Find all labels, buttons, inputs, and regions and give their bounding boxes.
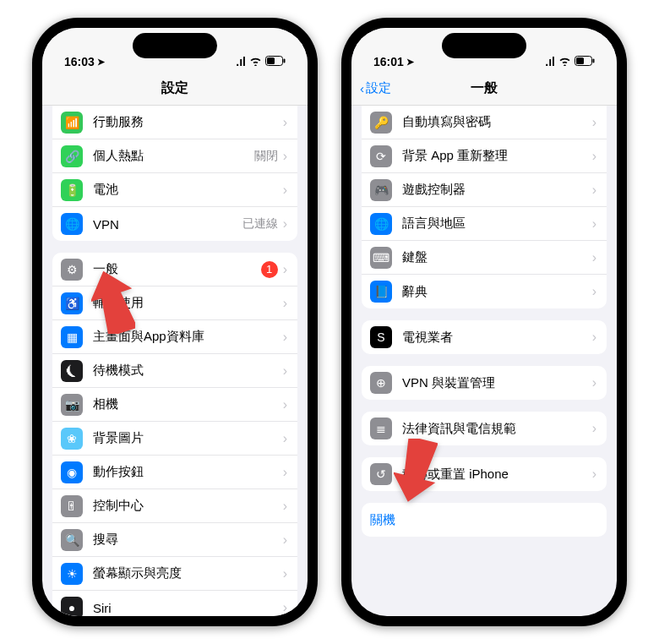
- settings-row-2[interactable]: 🔋電池›: [52, 173, 297, 207]
- svg-rect-4: [576, 57, 584, 64]
- general-group-4: ≣法律資訊與電信規範›: [362, 412, 607, 445]
- standby-icon: ⏾: [61, 360, 83, 382]
- settings-group-1: 📶行動服務›🔗個人熱點關閉›🔋電池›🌐VPN已連線›: [52, 106, 297, 241]
- gamepad-icon: 🎮: [370, 179, 392, 201]
- chevron-right-icon: ›: [283, 566, 287, 581]
- chevron-right-icon: ›: [592, 216, 596, 232]
- vpn-icon: ⊕: [370, 372, 392, 394]
- settings-row-6[interactable]: ◉動作按鈕›: [52, 456, 297, 489]
- settings-row-7[interactable]: 🎚控制中心›: [52, 489, 297, 523]
- row-label: 遊戲控制器: [402, 182, 592, 198]
- chevron-right-icon: ›: [283, 600, 287, 615]
- signal-icon: .ıl: [545, 55, 555, 68]
- general-row-0[interactable]: ⊕VPN 與裝置管理›: [362, 366, 607, 400]
- chevron-right-icon: ›: [592, 250, 596, 265]
- row-label: 電池: [93, 182, 283, 198]
- settings-row-4[interactable]: 📷相機›: [52, 388, 297, 422]
- chevron-right-icon: ›: [283, 532, 287, 548]
- svg-rect-1: [267, 57, 275, 64]
- chevron-right-icon: ›: [283, 216, 287, 232]
- content-right[interactable]: 🔑自動填寫與密碼›⟳背景 App 重新整理›🎮遊戲控制器›🌐語言與地區›⌨鍵盤›…: [351, 106, 617, 616]
- row-label: 背景 App 重新整理: [402, 148, 592, 164]
- phone-right: 16:01 ➤ .ıl ‹ 設定 一般 🔑自動填寫與密碼›⟳背景 App 重新整…: [341, 18, 627, 626]
- row-label: VPN 與裝置管理: [402, 375, 592, 391]
- chevron-right-icon: ›: [592, 149, 596, 164]
- chevron-right-icon: ›: [283, 397, 287, 412]
- camera-icon: 📷: [61, 394, 83, 416]
- row-label: 鍵盤: [402, 249, 592, 265]
- flower-icon: ❀: [61, 428, 83, 450]
- row-detail: 已連線: [242, 216, 278, 232]
- settings-row-1[interactable]: 🔗個人熱點關閉›: [52, 139, 297, 173]
- settings-row-9[interactable]: ☀螢幕顯示與亮度›: [52, 557, 297, 591]
- refresh-icon: ⟳: [370, 145, 392, 167]
- battery-icon: [575, 55, 595, 68]
- general-row-1[interactable]: ⟳背景 App 重新整理›: [362, 139, 607, 173]
- general-group-3: ⊕VPN 與裝置管理›: [362, 366, 607, 400]
- svg-rect-5: [593, 59, 595, 63]
- chevron-right-icon: ›: [592, 467, 596, 482]
- chevron-right-icon: ›: [283, 499, 287, 514]
- row-detail: 關閉: [254, 149, 278, 164]
- general-row-0[interactable]: ↺移轉或重置 iPhone›: [362, 457, 607, 491]
- apps-icon: ▦: [61, 326, 83, 348]
- chevron-left-icon: ‹: [360, 81, 364, 96]
- status-time: 16:01: [373, 55, 404, 68]
- status-time: 16:03: [64, 55, 95, 68]
- general-row-3[interactable]: 🌐語言與地區›: [362, 207, 607, 241]
- settings-row-1[interactable]: ♿輔助使用›: [52, 287, 297, 320]
- notch: [442, 33, 526, 58]
- doc-icon: ≣: [370, 418, 392, 439]
- gear-icon: ⚙: [61, 259, 83, 281]
- row-label: 電視業者: [402, 330, 592, 346]
- settings-row-3[interactable]: 🌐VPN已連線›: [52, 207, 297, 241]
- settings-row-8[interactable]: 🔍搜尋›: [52, 523, 297, 557]
- chevron-right-icon: ›: [592, 375, 596, 390]
- general-row-0[interactable]: S電視業者›: [362, 320, 607, 354]
- row-label: 控制中心: [93, 498, 283, 514]
- row-label: 自動填寫與密碼: [402, 114, 592, 130]
- row-label: Siri: [93, 601, 283, 615]
- location-icon: ➤: [97, 57, 105, 68]
- general-row-5[interactable]: 📘辭典›: [362, 275, 607, 308]
- chevron-right-icon: ›: [283, 363, 287, 379]
- general-row-4[interactable]: ⌨鍵盤›: [362, 241, 607, 275]
- back-button[interactable]: ‹ 設定: [360, 80, 391, 96]
- shutdown-label: 關機: [370, 512, 596, 528]
- action-icon: ◉: [61, 461, 83, 483]
- row-label: 搜尋: [93, 532, 283, 548]
- settings-row-2[interactable]: ▦主畫面與App資料庫›: [52, 320, 297, 354]
- chevron-right-icon: ›: [592, 330, 596, 345]
- link-icon: 🔗: [61, 145, 83, 167]
- notification-badge: 1: [261, 261, 278, 278]
- row-label: 主畫面與App資料庫: [93, 329, 283, 345]
- general-row-0[interactable]: ≣法律資訊與電信規範›: [362, 412, 607, 445]
- general-group-5: ↺移轉或重置 iPhone›: [362, 457, 607, 491]
- settings-row-3[interactable]: ⏾待機模式›: [52, 354, 297, 388]
- row-label: 一般: [93, 261, 261, 277]
- nav-bar: ‹ 設定 一般: [351, 72, 617, 106]
- settings-row-0[interactable]: ⚙一般1›: [52, 253, 297, 287]
- chevron-right-icon: ›: [592, 183, 596, 198]
- content-left[interactable]: 📶行動服務›🔗個人熱點關閉›🔋電池›🌐VPN已連線› ⚙一般1›♿輔助使用›▦主…: [42, 106, 308, 616]
- shutdown-row[interactable]: 關機: [362, 503, 607, 537]
- notch: [133, 33, 217, 58]
- settings-row-10[interactable]: ●Siri›: [52, 591, 297, 616]
- chevron-right-icon: ›: [592, 284, 596, 299]
- general-group-2: S電視業者›: [362, 320, 607, 354]
- general-row-0[interactable]: 🔑自動填寫與密碼›: [362, 106, 607, 139]
- row-label: 動作按鈕: [93, 464, 283, 480]
- general-row-2[interactable]: 🎮遊戲控制器›: [362, 173, 607, 207]
- chevron-right-icon: ›: [592, 115, 596, 130]
- battery-icon: 🔋: [61, 179, 83, 201]
- row-label: VPN: [93, 217, 242, 232]
- globe-icon: 🌐: [61, 213, 83, 235]
- row-label: 移轉或重置 iPhone: [402, 467, 592, 483]
- settings-row-5[interactable]: ❀背景圖片›: [52, 422, 297, 456]
- row-label: 螢幕顯示與亮度: [93, 565, 283, 581]
- settings-row-0[interactable]: 📶行動服務›: [52, 106, 297, 139]
- wifi-icon: [249, 55, 262, 68]
- figure-icon: ♿: [61, 292, 83, 314]
- keyboard-icon: ⌨: [370, 247, 392, 269]
- general-group-1: 🔑自動填寫與密碼›⟳背景 App 重新整理›🎮遊戲控制器›🌐語言與地區›⌨鍵盤›…: [362, 106, 607, 308]
